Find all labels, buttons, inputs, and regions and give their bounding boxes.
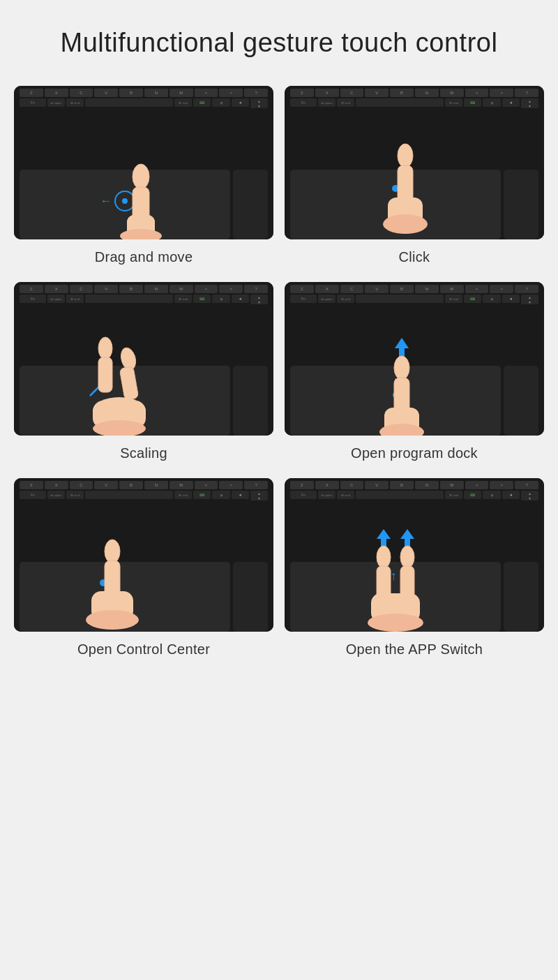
gesture-card-program-dock: Z X C V B N M < > ? Fn alt option ⌘ cmd … <box>285 282 544 461</box>
control-center-finger-svg <box>53 527 179 632</box>
gesture-card-click: Z X C V B N M < > ? Fn alt option ⌘ cmd … <box>285 86 544 265</box>
page-title: Multifunctional gesture touch control <box>61 28 498 58</box>
svg-point-4 <box>120 229 162 239</box>
svg-point-33 <box>377 546 391 568</box>
svg-point-25 <box>105 540 120 563</box>
app-switch-label: Open the APP Switch <box>346 641 483 658</box>
gesture-card-control-center: Z X C V B N M < > ? Fn alt option ⌘ cmd … <box>14 478 273 658</box>
keyboard-image-app-switch: Z X C V B N M < > ? Fn alt option ⌘ cmd … <box>285 478 544 632</box>
app-switch-finger-svg <box>336 524 462 632</box>
gesture-card-app-switch: Z X C V B N M < > ? Fn alt option ⌘ cmd … <box>285 478 544 658</box>
keyboard-image-drag: Z X C V B N M < > ? Fn alt option ⌘ cmd … <box>14 86 273 239</box>
gesture-grid: Z X C V B N M < > ? Fn alt option ⌘ cmd … <box>14 86 544 658</box>
svg-point-8 <box>383 214 428 234</box>
drag-finger-svg <box>92 149 190 239</box>
svg-rect-12 <box>98 357 112 392</box>
keyboard-image-program-dock: Z X C V B N M < > ? Fn alt option ⌘ cmd … <box>285 282 544 436</box>
svg-marker-31 <box>400 529 414 539</box>
gesture-card-scaling: Z X C V B N M < > ? Fn alt option ⌘ cmd … <box>14 282 273 461</box>
svg-rect-14 <box>119 366 139 401</box>
control-center-label: Open Control Center <box>77 641 210 658</box>
keyboard-image-scaling: Z X C V B N M < > ? Fn alt option ⌘ cmd … <box>14 282 273 436</box>
svg-point-11 <box>98 337 112 359</box>
program-dock-finger-svg <box>349 327 461 436</box>
keyboard-image-control-center: Z X C V B N M < > ? Fn alt option ⌘ cmd … <box>14 478 273 632</box>
scaling-label: Scaling <box>120 445 167 461</box>
drag-move-label: Drag and move <box>95 249 193 265</box>
svg-point-28 <box>86 610 139 630</box>
gesture-card-drag-move: Z X C V B N M < > ? Fn alt option ⌘ cmd … <box>14 86 273 265</box>
keyboard-image-click: Z X C V B N M < > ? Fn alt option ⌘ cmd … <box>285 86 544 239</box>
click-finger-svg <box>349 135 461 239</box>
svg-point-5 <box>398 144 413 168</box>
svg-point-20 <box>394 356 409 380</box>
click-label: Click <box>399 249 430 265</box>
svg-marker-18 <box>395 338 409 348</box>
scaling-finger-svg <box>53 331 179 436</box>
svg-point-0 <box>133 164 149 189</box>
svg-point-35 <box>400 546 414 568</box>
program-dock-label: Open program dock <box>351 445 478 461</box>
svg-marker-29 <box>377 529 391 539</box>
svg-point-38 <box>368 614 423 632</box>
